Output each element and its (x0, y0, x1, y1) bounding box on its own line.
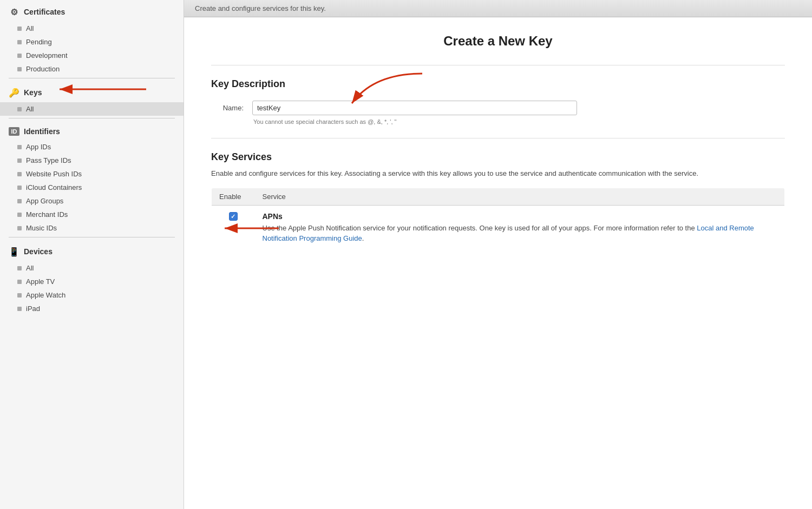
key-description-heading: Key Description (211, 78, 785, 90)
sidebar: ⚙ Certificates All Pending Development P… (0, 0, 184, 509)
sidebar-item-merchant-ids[interactable]: Merchant IDs (0, 208, 184, 221)
sidebar-item-devices-applewatch[interactable]: Apple Watch (0, 288, 184, 302)
divider-title (211, 65, 785, 65)
sidebar-item-devices-all[interactable]: All (0, 261, 184, 275)
sidebar-section-certificates-label: Certificates (24, 8, 65, 16)
divider-2 (9, 118, 175, 118)
service-column-header: Service (255, 188, 785, 205)
keys-arrow-annotation (43, 78, 152, 100)
sidebar-item-certs-development[interactable]: Development (0, 49, 184, 62)
sidebar-item-label: App Groups (26, 197, 63, 205)
bullet-icon (17, 158, 22, 163)
divider-1 (9, 78, 175, 78)
certificates-icon: ⚙ (9, 6, 19, 17)
sidebar-item-music-ids[interactable]: Music IDs (0, 221, 184, 235)
apns-checkbox[interactable] (229, 212, 238, 221)
sidebar-item-label: Apple TV (26, 277, 55, 286)
sidebar-section-keys-label: Keys (24, 88, 42, 97)
sidebar-item-devices-appletv[interactable]: Apple TV (0, 275, 184, 288)
sidebar-section-certificates: ⚙ Certificates (0, 0, 184, 22)
sidebar-section-identifiers: ID Identifiers (0, 121, 184, 140)
bullet-icon (17, 266, 22, 270)
sidebar-item-label: Development (26, 51, 68, 60)
sidebar-item-certs-pending[interactable]: Pending (0, 35, 184, 49)
services-table: Enable Service (211, 188, 785, 251)
bullet-icon (17, 199, 22, 203)
service-name: APNs (263, 212, 777, 221)
bullet-icon (17, 307, 22, 311)
topbar: Create and configure services for this k… (184, 0, 812, 17)
service-description: Use the Apple Push Notification service … (263, 223, 777, 244)
sidebar-section-identifiers-label: Identifiers (24, 127, 60, 136)
enable-cell (212, 205, 255, 250)
sidebar-item-label: All (26, 24, 34, 32)
key-description-section: Key Description Name: You cannot use spe… (211, 78, 785, 125)
sidebar-item-label: Pending (26, 38, 52, 46)
identifiers-icon: ID (9, 127, 19, 136)
key-name-input[interactable] (252, 101, 577, 115)
sidebar-item-pass-type-ids[interactable]: Pass Type IDs (0, 154, 184, 167)
sidebar-item-label: All (26, 105, 34, 113)
sidebar-item-certs-production[interactable]: Production (0, 62, 184, 76)
service-desc-text: Use the Apple Push Notification service … (263, 224, 697, 232)
bullet-icon (17, 145, 22, 149)
bullet-icon (17, 213, 22, 217)
services-table-header-row: Enable Service (212, 188, 785, 205)
sidebar-item-label: All (26, 264, 34, 272)
key-services-heading: Key Services (211, 151, 785, 163)
key-services-description: Enable and configure services for this k… (211, 168, 785, 179)
sidebar-item-devices-ipad[interactable]: iPad (0, 302, 184, 315)
sidebar-section-keys: 🔑 Keys (0, 81, 184, 102)
sidebar-item-label: Music IDs (26, 224, 57, 232)
sidebar-item-label: Apple Watch (26, 291, 66, 299)
divider-services (211, 138, 785, 138)
topbar-text: Create and configure services for this k… (195, 4, 326, 12)
sidebar-item-icloud-containers[interactable]: iCloud Containers (0, 181, 184, 194)
main-content: Create and configure services for this k… (184, 0, 812, 509)
devices-icon: 📱 (9, 246, 19, 257)
name-hint: You cannot use special characters such a… (253, 118, 785, 125)
bullet-icon (17, 186, 22, 190)
service-desc-suffix: . (362, 234, 364, 242)
sidebar-item-keys-all[interactable]: All (0, 102, 184, 116)
name-form-row: Name: (211, 101, 785, 115)
divider-3 (9, 237, 175, 237)
sidebar-item-label: Merchant IDs (26, 210, 68, 219)
sidebar-item-website-push-ids[interactable]: Website Push IDs (0, 167, 184, 181)
sidebar-item-app-ids[interactable]: App IDs (0, 140, 184, 154)
bullet-icon (17, 27, 22, 31)
bullet-icon (17, 280, 22, 284)
sidebar-item-certs-all[interactable]: All (0, 22, 184, 35)
bullet-icon (17, 107, 22, 111)
sidebar-item-label: iCloud Containers (26, 183, 82, 191)
sidebar-item-label: iPad (26, 305, 40, 313)
bullet-icon (17, 67, 22, 71)
bullet-icon (17, 226, 22, 230)
bullet-icon (17, 172, 22, 176)
name-label: Name: (211, 104, 244, 112)
page-title: Create a New Key (211, 34, 785, 49)
table-row: APNs Use the Apple Push Notification ser… (212, 205, 785, 250)
sidebar-item-label: App IDs (26, 143, 51, 151)
bullet-icon (17, 40, 22, 44)
sidebar-item-label: Production (26, 65, 60, 73)
key-services-section: Key Services Enable and configure servic… (211, 151, 785, 251)
keys-icon: 🔑 (9, 87, 19, 98)
bullet-icon (17, 293, 22, 298)
bullet-icon (17, 54, 22, 58)
sidebar-item-label: Website Push IDs (26, 170, 82, 178)
service-cell: APNs Use the Apple Push Notification ser… (255, 205, 785, 250)
sidebar-section-devices-label: Devices (24, 247, 53, 256)
sidebar-section-devices: 📱 Devices (0, 240, 184, 261)
sidebar-item-app-groups[interactable]: App Groups (0, 194, 184, 208)
sidebar-item-label: Pass Type IDs (26, 156, 71, 164)
enable-column-header: Enable (212, 188, 255, 205)
content-area: Create a New Key Key Description Name: (184, 17, 812, 509)
